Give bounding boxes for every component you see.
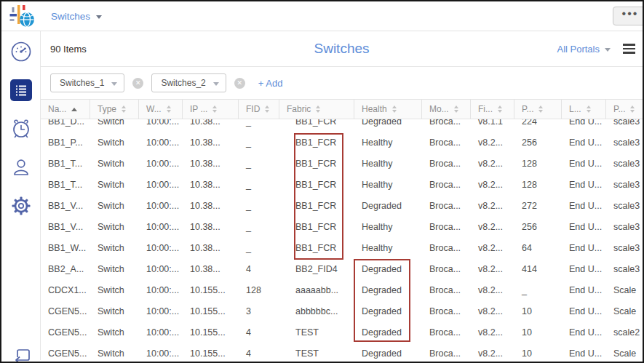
- column-header-1-type[interactable]: Type: [90, 100, 139, 119]
- column-header-5-fabric[interactable]: Fabric: [279, 100, 354, 119]
- cell-5-fabric: BB2_FID4: [279, 264, 354, 274]
- remove-filter-button[interactable]: ✕: [132, 78, 143, 89]
- cell-11-p: scale2: [606, 327, 643, 338]
- cell-10-l: End U...: [562, 264, 606, 274]
- hamburger-icon: [623, 44, 635, 46]
- sidebar-item-logout[interactable]: [10, 343, 32, 363]
- cell-6-health: Degraded: [354, 285, 422, 295]
- column-label: Fabric: [287, 104, 311, 114]
- cell-5-fabric: TEST: [279, 327, 354, 338]
- user-icon: [10, 156, 32, 178]
- column-header-7-mo[interactable]: Mo...: [422, 100, 471, 119]
- cell-6-health: Degraded: [354, 306, 422, 316]
- cell-0-na: BB2_A...: [41, 264, 90, 274]
- table-row[interactable]: BB1_W...Switch10:00:...10.38..._BB1_FCRH…: [41, 237, 643, 258]
- cell-3-ip: 10.38...: [183, 264, 239, 274]
- filter-chip-switches-2[interactable]: Switches_2: [151, 73, 226, 92]
- table-row[interactable]: BB1_T...Switch10:00:...10.38..._BB1_FCRH…: [41, 153, 643, 174]
- cell-7-mo: Broca...: [422, 180, 471, 190]
- column-label: FID: [246, 104, 260, 114]
- cell-11-p: scale3: [606, 159, 643, 169]
- table-row[interactable]: BB1_T...Switch10:00:...10.38..._BB1_FCRH…: [41, 174, 643, 195]
- cell-5-fabric: BB1_FCR: [279, 201, 354, 211]
- cell-8-fi: v8.2...: [471, 264, 514, 274]
- column-label: Fi...: [478, 104, 493, 114]
- cell-1-type: Switch: [90, 285, 139, 295]
- cell-11-p: Scale: [606, 348, 643, 359]
- column-header-3-ip[interactable]: IP ...: [183, 100, 239, 119]
- cell-7-mo: Broca...: [422, 243, 471, 253]
- overflow-menu-button[interactable]: •••: [613, 7, 644, 25]
- cell-4-fid: 4: [239, 327, 279, 338]
- table-row[interactable]: BB1_V...Switch10:00:...10.38..._BB1_FCRD…: [41, 195, 643, 216]
- cell-1-type: Switch: [90, 159, 139, 169]
- cell-3-ip: 10.38...: [183, 201, 239, 211]
- sort-toggle-icon: [498, 105, 502, 113]
- cell-11-p: Scale: [606, 306, 643, 316]
- cell-5-fabric: BB1_FCR: [279, 243, 354, 253]
- column-header-4-fid[interactable]: FID: [239, 100, 279, 119]
- table-row[interactable]: BB2_A...Switch10:00:...10.38...4BB2_FID4…: [41, 258, 643, 279]
- sidebar-item-events[interactable]: [10, 118, 32, 140]
- sidebar-item-users[interactable]: [10, 156, 32, 178]
- cell-4-fid: 128: [239, 285, 279, 295]
- gauge-icon: [10, 41, 32, 63]
- filter-chip-switches-1[interactable]: Switches_1: [50, 73, 124, 92]
- switches-nav-dropdown[interactable]: Switches: [51, 11, 102, 22]
- app-logo: [1, 4, 41, 28]
- cell-1-type: Switch: [90, 306, 139, 316]
- sidebar-item-inventory-active[interactable]: [10, 79, 32, 101]
- table-row[interactable]: BB1_V...Switch10:00:...10.38..._BB1_FCRH…: [41, 216, 643, 237]
- add-filter-button[interactable]: + Add: [258, 78, 283, 89]
- sort-toggle-icon: [316, 105, 320, 113]
- column-header-6-health[interactable]: Health: [354, 100, 422, 119]
- cell-11-p: scale3: [606, 243, 643, 253]
- cell-9-p: 10: [514, 306, 562, 316]
- filter-bar: Switches_1 ✕ Switches_2 ✕ + Add: [41, 67, 643, 99]
- table-header-row: Na...TypeW...IP ...FIDFabricHealthMo...F…: [41, 99, 643, 119]
- top-bar: Switches •••: [1, 1, 643, 31]
- portal-selector[interactable]: All Portals: [557, 44, 611, 55]
- cell-4-fid: _: [239, 137, 279, 148]
- cell-11-p: scale3: [606, 180, 643, 190]
- cell-3-ip: 10.155...: [183, 348, 239, 359]
- cell-1-type: Switch: [90, 348, 139, 359]
- column-label: P...: [522, 104, 533, 114]
- cell-10-l: End U...: [562, 222, 606, 232]
- column-header-11-p[interactable]: P...: [606, 100, 643, 119]
- sort-toggle-icon: [587, 105, 591, 113]
- cell-8-fi: v8.2...: [471, 243, 514, 253]
- chevron-down-icon: [111, 82, 117, 86]
- column-header-0-na[interactable]: Na...: [41, 100, 90, 119]
- column-header-8-fi[interactable]: Fi...: [471, 100, 514, 119]
- column-header-2-w[interactable]: W...: [139, 100, 183, 119]
- cell-4-fid: _: [239, 243, 279, 253]
- cell-3-ip: 10.38...: [183, 137, 239, 148]
- filter-chip-label: Switches_1: [60, 78, 104, 88]
- column-label: Type: [98, 104, 116, 114]
- table-row[interactable]: CGEN5...Switch10:00:...10.155...4TESTDeg…: [41, 322, 643, 343]
- column-header-9-p[interactable]: P...: [514, 100, 562, 119]
- column-label: Mo...: [429, 104, 449, 114]
- remove-filter-button[interactable]: ✕: [234, 78, 245, 89]
- cell-6-health: Healthy: [354, 180, 422, 190]
- switches-table: Na...TypeW...IP ...FIDFabricHealthMo...F…: [41, 99, 643, 360]
- column-header-10-l[interactable]: L...: [562, 100, 606, 119]
- sidebar-item-dashboard[interactable]: [10, 41, 32, 63]
- cell-6-health: Degraded: [354, 264, 422, 274]
- table-row[interactable]: CGEN5...Switch10:00:...10.155...3abbbbbc…: [41, 300, 643, 322]
- sort-toggle-icon: [167, 105, 171, 113]
- cell-1-type: Switch: [90, 264, 139, 274]
- table-row[interactable]: BB1_P...Switch10:00:...10.38..._BB1_FCRH…: [41, 132, 643, 153]
- cell-7-mo: Broca...: [422, 137, 471, 148]
- cell-2-w: 10:00:...: [139, 243, 183, 253]
- table-row[interactable]: CDCX1...Switch10:00:...10.155...128aaaaa…: [41, 279, 643, 300]
- cell-2-w: 10:00:...: [139, 201, 183, 211]
- cell-7-mo: Broca...: [422, 222, 471, 232]
- items-count: 90 Items: [50, 44, 87, 55]
- table-row[interactable]: CGEN5...Switch10:00:...10.155...4TESTDeg…: [41, 343, 643, 360]
- table-menu-button[interactable]: [623, 44, 635, 54]
- sidebar-item-settings[interactable]: [10, 195, 32, 217]
- toolbar-row: 90 Items Switches All Portals: [41, 31, 643, 67]
- filter-chip-label: Switches_2: [161, 78, 205, 88]
